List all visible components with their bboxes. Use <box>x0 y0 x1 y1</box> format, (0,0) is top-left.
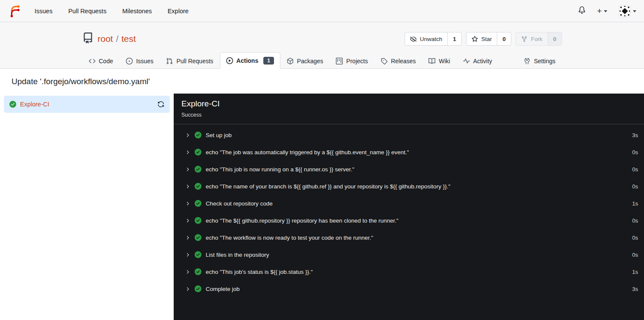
step-name: echo "The ${{ github.repository }} repos… <box>206 217 399 224</box>
step-name: Set up job <box>206 132 232 138</box>
package-icon <box>287 58 294 65</box>
fork-label: Fork <box>531 36 542 42</box>
step-name: echo "This job's status is ${{ job.statu… <box>206 269 313 275</box>
step-duration: 0s <box>632 166 638 173</box>
tab-pull-requests[interactable]: Pull Requests <box>160 53 219 69</box>
chevron-down-icon <box>633 10 636 12</box>
forgejo-logo-icon[interactable] <box>8 4 21 18</box>
eye-closed-icon <box>410 36 417 42</box>
step-duration: 1s <box>632 269 638 275</box>
fork-button: Fork0 <box>516 32 562 46</box>
check-circle-icon <box>195 166 201 173</box>
step-duration: 0s <box>632 217 638 224</box>
check-circle-icon <box>195 183 201 190</box>
step-row-7[interactable]: echo "The workflow is now ready to test … <box>174 229 644 246</box>
notifications-button[interactable] <box>578 6 586 15</box>
step-row-10[interactable]: Complete job3s <box>174 280 644 297</box>
chevron-right-icon <box>185 132 190 138</box>
job-item-explore-ci[interactable]: Explore-CI <box>4 96 170 113</box>
rerun-job-icon[interactable] <box>157 101 164 108</box>
repo-separator: / <box>116 34 119 44</box>
tag-icon <box>381 58 388 65</box>
step-name: echo "The workflow is now ready to test … <box>206 235 373 241</box>
fork-icon <box>521 36 527 42</box>
wrench-icon <box>524 58 530 65</box>
chevron-right-icon <box>185 252 190 258</box>
chevron-right-icon <box>185 184 190 189</box>
star-button[interactable]: Star0 <box>466 32 511 46</box>
tab-pull-requests-label: Pull Requests <box>176 58 213 65</box>
step-row-2[interactable]: echo "The job was automatically triggere… <box>174 144 644 161</box>
tab-activity[interactable]: Activity <box>457 53 498 69</box>
tab-releases-label: Releases <box>391 58 416 65</box>
check-circle-icon <box>195 149 201 156</box>
check-circle-icon <box>195 234 201 241</box>
step-duration: 0s <box>632 183 638 190</box>
step-name: Complete job <box>206 286 240 292</box>
job-panel-title: Explore-CI <box>181 99 636 109</box>
tab-projects-label: Projects <box>346 58 368 65</box>
tab-wiki-label: Wiki <box>439 58 450 65</box>
step-duration: 1s <box>632 200 638 207</box>
step-name: echo "The name of your branch is ${{ git… <box>206 183 450 190</box>
tab-actions[interactable]: Actions1 <box>220 52 280 69</box>
step-name: echo "This job is now running on a ${{ r… <box>206 166 354 173</box>
star-count[interactable]: 0 <box>497 32 511 45</box>
plus-icon: + <box>597 8 602 15</box>
unwatch-label: Unwatch <box>420 36 443 42</box>
tab-packages[interactable]: Packages <box>280 53 329 69</box>
chevron-right-icon <box>185 218 190 223</box>
tab-settings[interactable]: Settings <box>517 53 562 69</box>
unwatch-count[interactable]: 1 <box>447 32 461 45</box>
repo-name-link[interactable]: test <box>122 34 136 44</box>
repo-header: root / test Unwatch1Star0Fork0 CodeIssue… <box>0 22 644 69</box>
step-name: List files in the repository <box>206 252 269 258</box>
step-row-3[interactable]: echo "This job is now running on a ${{ r… <box>174 161 644 178</box>
user-menu-button[interactable] <box>619 5 636 17</box>
fork-count: 0 <box>548 32 562 45</box>
step-duration: 0s <box>632 149 638 156</box>
chevron-right-icon <box>185 150 190 155</box>
step-row-5[interactable]: Check out repository code1s <box>174 195 644 212</box>
create-new-button[interactable]: + <box>597 8 607 15</box>
tab-issues[interactable]: Issues <box>119 53 160 69</box>
play-circle-icon <box>226 57 233 64</box>
chevron-right-icon <box>185 269 190 275</box>
step-row-1[interactable]: Set up job3s <box>174 126 644 144</box>
issue-icon <box>126 58 133 65</box>
check-circle-icon <box>9 101 16 108</box>
chevron-right-icon <box>185 235 190 241</box>
chevron-down-icon <box>604 10 607 12</box>
avatar <box>619 5 631 17</box>
repo-owner-link[interactable]: root <box>98 34 113 44</box>
step-row-4[interactable]: echo "The name of your branch is ${{ git… <box>174 178 644 195</box>
bell-icon <box>578 6 586 15</box>
nav-item-milestones[interactable]: Milestones <box>122 8 152 15</box>
run-body: Explore-CI Explore-CI Success Set up job… <box>0 94 644 320</box>
step-row-8[interactable]: List files in the repository0s <box>174 246 644 263</box>
tab-code[interactable]: Code <box>82 53 119 69</box>
check-circle-icon <box>195 268 201 275</box>
step-duration: 0s <box>632 252 638 258</box>
nav-item-explore[interactable]: Explore <box>168 8 189 15</box>
jobs-sidebar: Explore-CI <box>0 94 174 320</box>
workflow-run-title: Update '.forgejo/workflows/demo.yaml' <box>0 69 644 94</box>
tab-wiki[interactable]: Wiki <box>422 53 456 69</box>
tab-releases[interactable]: Releases <box>374 53 422 69</box>
step-row-6[interactable]: echo "The ${{ github.repository }} repos… <box>174 212 644 229</box>
chevron-right-icon <box>185 201 190 206</box>
nav-item-pull-requests[interactable]: Pull Requests <box>68 8 106 15</box>
job-log-panel: Explore-CI Success Set up job3secho "The… <box>174 94 644 320</box>
book-icon <box>428 58 435 65</box>
check-circle-icon <box>195 285 201 292</box>
check-circle-icon <box>195 251 201 258</box>
job-name: Explore-CI <box>20 101 50 108</box>
step-duration: 3s <box>632 286 638 292</box>
pulse-icon <box>463 58 470 65</box>
check-circle-icon <box>195 200 201 207</box>
tab-projects[interactable]: Projects <box>329 53 374 69</box>
step-row-9[interactable]: echo "This job's status is ${{ job.statu… <box>174 263 644 280</box>
unwatch-button[interactable]: Unwatch1 <box>405 32 462 46</box>
step-name: Check out repository code <box>206 200 273 207</box>
nav-item-issues[interactable]: Issues <box>35 8 52 15</box>
